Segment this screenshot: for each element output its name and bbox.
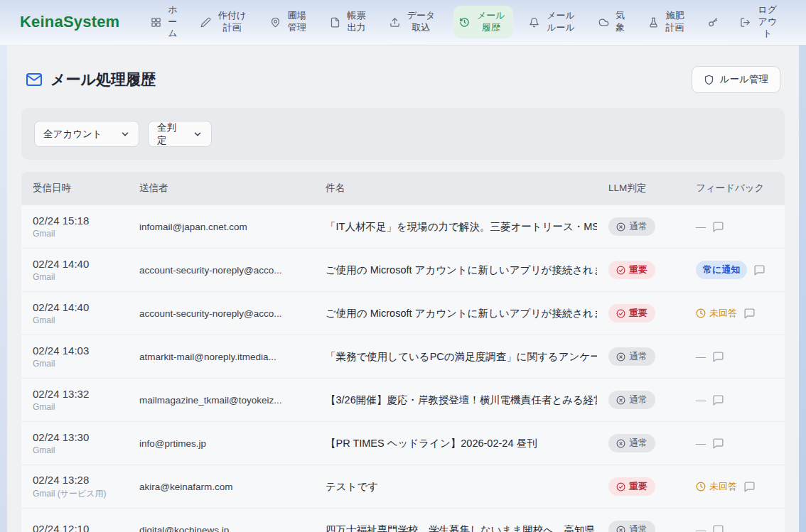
nav-item-label: ホーム: [166, 4, 178, 40]
upload-icon: [389, 17, 400, 28]
datetime-text: 02/24 13:28: [33, 474, 122, 486]
no-feedback-dash: —: [696, 351, 706, 362]
header-subject: 件名: [314, 172, 597, 205]
logout-icon: [740, 17, 751, 28]
account-label: Gmail: [33, 315, 122, 325]
nav-item-home[interactable]: ホーム: [145, 0, 184, 44]
account-label: Gmail: [33, 445, 122, 455]
map-pin-icon: [270, 17, 281, 28]
badge-label: 重要: [629, 264, 648, 276]
account-label: Gmail (サービス用): [33, 488, 122, 500]
received-datetime: 02/24 12:10: [21, 523, 128, 532]
page-title-text: メール処理履歴: [50, 70, 156, 89]
nav-item-field-management[interactable]: 圃場管理: [264, 6, 313, 38]
llm-judgment-cell: 通常: [597, 391, 684, 409]
comment-icon[interactable]: [712, 221, 724, 233]
table-header: 受信日時 送信者 件名 LLM判定 フィードバック: [21, 172, 785, 205]
comment-icon[interactable]: [712, 394, 724, 406]
sender: infomail@japan.cnet.com: [128, 222, 314, 232]
nav-item-mail-rules[interactable]: メールルール: [523, 6, 583, 38]
feedback-cell: —: [684, 394, 785, 406]
page-title: メール処理履歴: [26, 70, 156, 89]
nav-item-label: 気象: [614, 10, 626, 34]
nav-item-label: ログアウト: [756, 4, 779, 40]
table-row[interactable]: 02/24 13:30Gmailinfo@prtimes.jp【PR TIMES…: [21, 421, 785, 465]
chevron-down-icon: [120, 129, 130, 139]
cloud-icon: [598, 17, 609, 28]
important-badge: 重要: [608, 304, 655, 322]
datetime-text: 02/24 12:10: [33, 523, 122, 532]
comment-icon[interactable]: [743, 481, 756, 493]
nav-item-logout[interactable]: ログアウト: [734, 0, 785, 44]
table-row[interactable]: 02/24 13:32Gmailmailmagazine_tkmail@toyo…: [21, 378, 785, 421]
check-circle-icon: [616, 309, 625, 318]
received-datetime: 02/24 13:32Gmail: [21, 388, 128, 412]
rule-management-button[interactable]: ルール管理: [692, 66, 780, 93]
table-row[interactable]: 02/24 14:03Gmailatmarkit-mail@noreply.it…: [21, 335, 785, 378]
table-row[interactable]: 02/24 14:40Gmailaccount-security-noreply…: [21, 248, 785, 291]
x-circle-icon: [616, 396, 625, 405]
mail-history-table: 受信日時 送信者 件名 LLM判定 フィードバック 02/24 15:18Gma…: [21, 172, 785, 532]
unanswered-status: 未回答: [696, 480, 737, 493]
nav-item-report-output[interactable]: 帳票出力: [324, 6, 373, 38]
badge-label: 通常: [629, 393, 648, 406]
subject: ご使用の Microsoft アカウントに新しいアプリが接続されました: [314, 264, 597, 277]
subject: 「業務で使用しているPCの満足度調査」に関するアンケート ≪...: [314, 350, 597, 364]
comment-icon[interactable]: [743, 308, 756, 320]
table-row[interactable]: 02/24 14:40Gmailaccount-security-noreply…: [21, 291, 785, 335]
llm-judgment-cell: 通常: [597, 217, 684, 236]
nav-item-label: データ取込: [405, 10, 438, 34]
nav-item-key[interactable]: [702, 13, 724, 32]
subject: テストです: [314, 480, 597, 494]
x-circle-icon: [616, 526, 625, 532]
nav-item-label: 帳票出力: [345, 10, 367, 34]
table-row[interactable]: 02/24 12:10digital@kochinews.jp四万十福祉専門学校…: [21, 508, 785, 532]
mail-icon: [26, 71, 43, 88]
key-icon: [708, 17, 719, 28]
llm-judgment-cell: 重要: [597, 477, 684, 496]
subject: 【PR TIMES ヘッドライン】2026-02-24 昼刊: [314, 437, 597, 450]
judgment-filter-select[interactable]: 全判定: [148, 121, 212, 147]
x-circle-icon: [616, 352, 625, 362]
clock-icon: [696, 308, 706, 318]
comment-icon[interactable]: [712, 438, 724, 450]
account-filter-select[interactable]: 全アカウント: [34, 121, 139, 147]
shield-icon: [704, 75, 714, 85]
llm-judgment-cell: 通常: [597, 347, 684, 366]
nav-item-planting-plan[interactable]: 作付け計画: [195, 6, 254, 38]
datetime-text: 02/24 13:30: [33, 431, 122, 443]
subject: 【3/26開催】慶応・岸教授登壇！横川電機責任者とみる経営...: [314, 393, 597, 407]
badge-label: 通常: [629, 220, 648, 233]
feedback-cell: 未回答: [684, 480, 785, 493]
normal-badge: 通常: [608, 391, 655, 409]
nav-item-mail-history[interactable]: メール履歴: [453, 6, 513, 38]
received-datetime: 02/24 14:03Gmail: [21, 344, 128, 369]
bell-icon: [529, 17, 539, 28]
badge-label: 通常: [629, 437, 648, 450]
sender: info@prtimes.jp: [128, 438, 314, 449]
nav-item-fertilizer-plan[interactable]: 施肥計画: [643, 6, 692, 38]
nav-item-weather[interactable]: 気象: [593, 6, 632, 38]
table-row[interactable]: 02/24 13:28Gmail (サービス用)akira@keinafarm.…: [21, 465, 785, 508]
brand-logo[interactable]: KeinaSystem: [20, 13, 119, 31]
rule-management-label: ルール管理: [720, 73, 768, 86]
comment-icon[interactable]: [712, 351, 724, 363]
comment-icon[interactable]: [712, 524, 724, 532]
pencil-icon: [200, 17, 211, 28]
comment-icon[interactable]: [753, 264, 765, 276]
clock-icon: [696, 482, 706, 492]
no-feedback-dash: —: [696, 438, 706, 449]
sender: mailmagazine_tkmail@toyokeiz...: [128, 395, 314, 406]
normal-badge: 通常: [608, 434, 655, 452]
normal-badge: 通常: [608, 521, 655, 532]
nav-item-label: メールルール: [544, 10, 577, 34]
feedback-cell: 未回答: [684, 307, 785, 320]
table-row[interactable]: 02/24 15:18Gmailinfomail@japan.cnet.com「…: [21, 205, 785, 248]
x-circle-icon: [616, 222, 625, 232]
chevron-down-icon: [193, 129, 203, 139]
badge-label: 通常: [629, 350, 648, 363]
nav-item-data-import[interactable]: データ取込: [384, 6, 444, 38]
sender: account-security-noreply@acco...: [128, 265, 314, 276]
received-datetime: 02/24 15:18Gmail: [21, 215, 128, 239]
feedback-cell: —: [684, 221, 785, 233]
